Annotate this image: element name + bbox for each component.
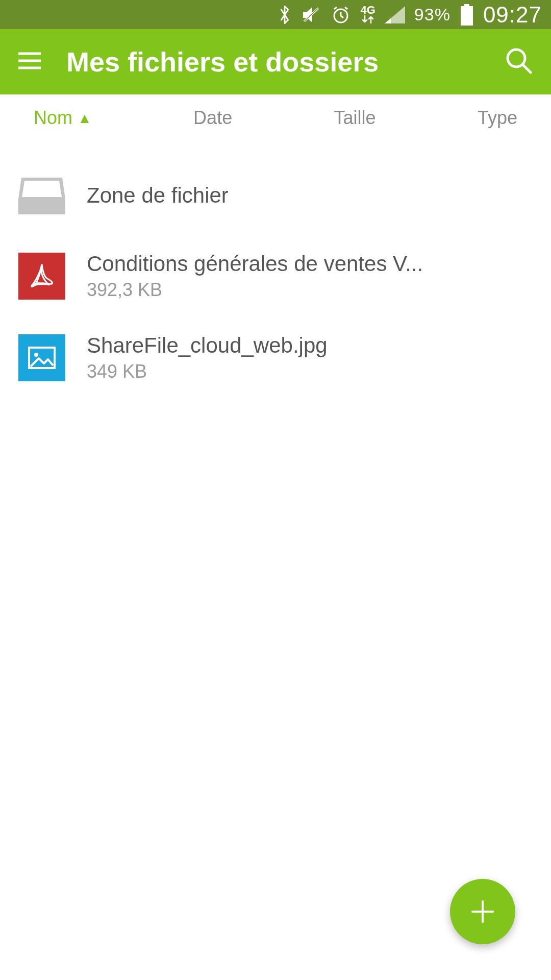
svg-rect-4 [461, 6, 473, 26]
list-item[interactable]: Zone de fichier [0, 156, 551, 235]
search-icon[interactable] [505, 47, 533, 77]
mute-icon [301, 5, 321, 24]
item-size: 392,3 KB [87, 279, 533, 301]
item-size: 349 KB [87, 361, 533, 382]
menu-icon[interactable] [18, 52, 41, 72]
sort-ascending-icon: ▲ [78, 110, 92, 126]
signal-icon [385, 6, 405, 23]
item-name: Zone de fichier [87, 183, 533, 208]
add-button[interactable] [450, 879, 515, 944]
sort-bar: Nom ▲ Date Taille Type [0, 94, 551, 141]
list-item[interactable]: Conditions générales de ventes V... 392,… [0, 235, 551, 317]
network-type-label: 4G [360, 5, 375, 15]
file-list: Zone de fichier Conditions générales de … [0, 141, 551, 399]
svg-point-18 [34, 353, 38, 357]
item-name: Conditions générales de ventes V... [87, 252, 533, 276]
svg-marker-14 [22, 181, 62, 197]
list-item[interactable]: ShareFile_cloud_web.jpg 349 KB [0, 317, 551, 399]
battery-icon [460, 4, 474, 26]
sort-by-name[interactable]: Nom ▲ [34, 107, 92, 129]
sort-name-label: Nom [34, 107, 72, 128]
list-item-text: Conditions générales de ventes V... 392,… [87, 252, 533, 301]
item-name: ShareFile_cloud_web.jpg [87, 333, 533, 358]
clock: 09:27 [483, 2, 542, 28]
pdf-icon [18, 253, 65, 300]
network-indicator: 4G [360, 5, 375, 24]
list-item-text: ShareFile_cloud_web.jpg 349 KB [87, 333, 533, 382]
status-bar: 4G 93% 09:27 [0, 0, 551, 29]
page-title: Mes fichiers et dossiers [66, 46, 480, 78]
bluetooth-icon [278, 5, 292, 25]
list-item-text: Zone de fichier [87, 183, 533, 208]
svg-line-9 [523, 65, 531, 72]
sort-by-type[interactable]: Type [478, 107, 517, 129]
battery-percentage: 93% [414, 5, 450, 24]
alarm-icon [331, 5, 351, 25]
image-icon [18, 334, 65, 381]
app-bar: Mes fichiers et dossiers [0, 29, 551, 94]
inbox-icon [18, 172, 65, 219]
sort-by-date[interactable]: Date [193, 107, 232, 129]
svg-rect-3 [464, 4, 469, 6]
sort-by-size[interactable]: Taille [334, 107, 376, 129]
